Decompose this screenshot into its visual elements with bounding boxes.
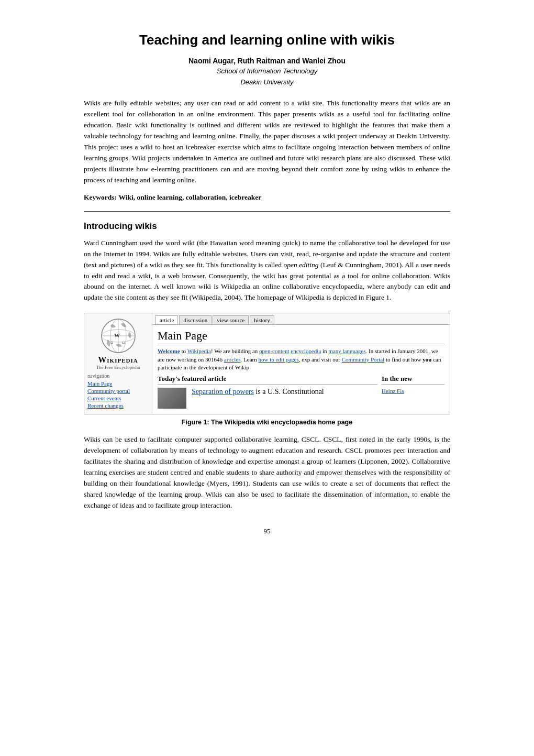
svg-text:Ω: Ω xyxy=(122,341,125,345)
wiki-articles-link[interactable]: articles xyxy=(224,356,241,363)
wiki-nav-current-events[interactable]: Current events xyxy=(87,395,149,401)
section-divider xyxy=(84,211,450,212)
wiki-featured-desc: is a U.S. Constitutional xyxy=(255,388,324,396)
intro-section-title: Introducing wikis xyxy=(84,221,450,232)
paper-title: Teaching and learning online with wikis xyxy=(84,31,450,49)
keywords: Keywords: Wiki, online learning, collabo… xyxy=(84,193,450,202)
wiki-welcome-text: Welcome to Wikipedia! We are building an… xyxy=(158,347,444,371)
intro-paragraph-1: Ward Cunningham used the word wiki (the … xyxy=(84,238,450,304)
wiki-nav-main-page[interactable]: Main Page xyxy=(87,380,149,387)
wiki-languages-link[interactable]: many languages xyxy=(328,348,365,354)
abstract: Wikis are fully editable websites; any u… xyxy=(84,98,450,185)
wiki-featured-section: Today's featured article Separation of p… xyxy=(158,375,444,409)
wiki-tab-discussion[interactable]: discussion xyxy=(179,315,212,324)
wiki-opencontent-link[interactable]: open-content xyxy=(259,348,289,354)
wiki-nav-community-portal[interactable]: Community portal xyxy=(87,388,149,394)
wiki-in-news-section: In the new Heinz Fis xyxy=(382,375,444,409)
wiki-tabs: article discussion view source history xyxy=(152,313,450,325)
wiki-logo: W Ω Ω Wikipedia The Free Encyclopedia xyxy=(87,317,149,370)
wiki-wikipedia-link[interactable]: Wikipedia xyxy=(187,348,211,354)
wiki-in-news-title: In the new xyxy=(382,375,444,385)
svg-text:W: W xyxy=(114,332,120,338)
wiki-page-title: Main Page xyxy=(158,329,444,344)
wiki-tab-history[interactable]: history xyxy=(250,315,274,324)
wiki-thumbnail xyxy=(158,388,186,409)
page-number: 95 xyxy=(84,527,450,535)
intro-paragraph-2: Wikis can be used to facilitate computer… xyxy=(84,434,450,511)
wiki-welcome-link[interactable]: Welcome xyxy=(158,348,180,354)
wiki-featured-title: Today's featured article xyxy=(158,375,377,385)
wiki-tab-article[interactable]: article xyxy=(155,315,178,324)
wikipedia-globe-icon: W Ω Ω xyxy=(100,317,137,354)
wiki-tab-view-source[interactable]: view source xyxy=(213,315,249,324)
open-editing-italic: open editing xyxy=(283,261,318,269)
figure-caption: Figure 1: The Wikipedia wiki encyclopaed… xyxy=(84,419,450,426)
affiliation: School of Information Technology Deakin … xyxy=(84,66,450,88)
wiki-featured-left: Today's featured article Separation of p… xyxy=(158,375,377,409)
wiki-sidebar: W Ω Ω Wikipedia The Free Encyclopedia na… xyxy=(84,313,152,414)
figure-1: W Ω Ω Wikipedia The Free Encyclopedia na… xyxy=(84,313,450,414)
authors: Naomi Augar, Ruth Raitman and Wanlei Zho… xyxy=(84,57,450,65)
wiki-logo-subtitle: The Free Encyclopedia xyxy=(87,365,149,370)
wiki-main-content: article discussion view source history M… xyxy=(152,313,450,414)
keywords-text: Wiki, online learning, collaboration, ic… xyxy=(118,193,261,201)
wiki-in-news-item[interactable]: Heinz Fis xyxy=(382,388,404,394)
wiki-nav-header: navigation xyxy=(87,373,149,379)
wiki-page-content: Main Page Welcome to Wikipedia! We are b… xyxy=(152,325,450,413)
wiki-separation-link[interactable]: Separation of powers xyxy=(192,388,254,396)
wiki-howtoedit-link[interactable]: how to edit pages xyxy=(258,356,298,363)
svg-text:Ω: Ω xyxy=(110,341,113,345)
wiki-logo-wordmark: Wikipedia xyxy=(87,355,149,365)
wiki-encyclopedia-link[interactable]: encyclopedia xyxy=(291,348,321,354)
wiki-communityportal-link[interactable]: Community Portal xyxy=(342,356,385,363)
wiki-nav-recent-changes[interactable]: Recent changes xyxy=(87,402,149,409)
keywords-label: Keywords: xyxy=(84,193,117,201)
